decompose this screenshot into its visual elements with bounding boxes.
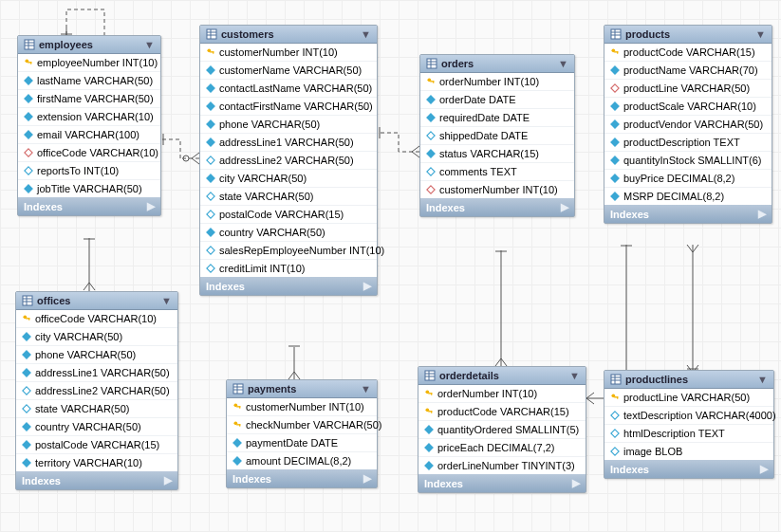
column-row[interactable]: productCode VARCHAR(15)	[418, 403, 586, 421]
column-row[interactable]: reportsTo INT(10)	[18, 162, 160, 180]
entity-header[interactable]: payments▼	[227, 380, 377, 398]
indexes-section[interactable]: Indexes▶	[227, 469, 377, 487]
column-row[interactable]: checkNumber VARCHAR(50)	[227, 416, 377, 434]
collapse-arrow-icon[interactable]: ▼	[755, 28, 766, 40]
column-row[interactable]: comments TEXT	[420, 163, 574, 181]
column-row[interactable]: textDescription VARCHAR(4000)	[604, 407, 773, 425]
indexes-section[interactable]: Indexes▶	[418, 474, 586, 492]
entity-header[interactable]: offices▼	[16, 292, 177, 310]
expand-arrow-icon[interactable]: ▶	[760, 463, 768, 475]
collapse-arrow-icon[interactable]: ▼	[361, 383, 371, 394]
column-row[interactable]: country VARCHAR(50)	[16, 418, 177, 436]
column-row[interactable]: phone VARCHAR(50)	[200, 116, 377, 134]
column-row[interactable]: addressLine1 VARCHAR(50)	[200, 134, 377, 152]
column-row[interactable]: quantityInStock SMALLINT(6)	[604, 152, 772, 170]
expand-arrow-icon[interactable]: ▶	[561, 201, 568, 213]
column-row[interactable]: amount DECIMAL(8,2)	[227, 452, 377, 469]
column-row[interactable]: MSRP DECIMAL(8,2)	[604, 188, 772, 205]
column-row[interactable]: phone VARCHAR(50)	[16, 346, 177, 364]
column-row[interactable]: priceEach DECIMAL(7,2)	[418, 439, 586, 457]
column-row[interactable]: orderNumber INT(10)	[418, 385, 586, 403]
expand-arrow-icon[interactable]: ▶	[147, 200, 155, 212]
column-row[interactable]: customerNumber INT(10)	[200, 44, 377, 62]
entity-customers[interactable]: customers▼customerNumber INT(10)customer…	[199, 25, 378, 296]
entity-products[interactable]: products▼productCode VARCHAR(15)productN…	[604, 25, 772, 224]
column-row[interactable]: state VARCHAR(50)	[200, 188, 377, 206]
entity-productlines[interactable]: productlines▼productLine VARCHAR(50)text…	[604, 370, 774, 479]
column-row[interactable]: officeCode VARCHAR(10)	[18, 144, 160, 162]
column-row[interactable]: productLine VARCHAR(50)	[604, 389, 773, 407]
column-row[interactable]: status VARCHAR(15)	[420, 145, 574, 163]
column-row[interactable]: productLine VARCHAR(50)	[604, 80, 772, 98]
column-row[interactable]: extension VARCHAR(10)	[18, 108, 160, 126]
column-row[interactable]: quantityOrdered SMALLINT(5)	[418, 421, 586, 439]
column-row[interactable]: paymentDate DATE	[227, 434, 377, 452]
column-row[interactable]: requiredDate DATE	[420, 109, 574, 127]
indexes-section[interactable]: Indexes▶	[200, 277, 377, 295]
column-row[interactable]: htmlDescription TEXT	[604, 425, 773, 443]
collapse-arrow-icon[interactable]: ▼	[161, 295, 172, 306]
column-row[interactable]: productScale VARCHAR(10)	[604, 98, 772, 116]
column-row[interactable]: shippedDate DATE	[420, 127, 574, 145]
expand-arrow-icon[interactable]: ▶	[164, 474, 172, 486]
column-row[interactable]: contactLastName VARCHAR(50)	[200, 80, 377, 98]
column-text: phone VARCHAR(50)	[35, 349, 136, 360]
expand-arrow-icon[interactable]: ▶	[758, 208, 766, 220]
column-row[interactable]: addressLine2 VARCHAR(50)	[200, 152, 377, 170]
column-row[interactable]: state VARCHAR(50)	[16, 400, 177, 418]
column-row[interactable]: territory VARCHAR(10)	[16, 454, 177, 471]
entity-header[interactable]: orders▼	[420, 55, 574, 73]
entity-orderdetails[interactable]: orderdetails▼orderNumber INT(10)productC…	[418, 366, 586, 493]
indexes-section[interactable]: Indexes▶	[18, 197, 160, 215]
column-row[interactable]: orderNumber INT(10)	[420, 73, 574, 91]
expand-arrow-icon[interactable]: ▶	[572, 477, 580, 489]
column-row[interactable]: creditLimit INT(10)	[200, 260, 377, 277]
column-row[interactable]: city VARCHAR(50)	[16, 328, 177, 346]
column-row[interactable]: country VARCHAR(50)	[200, 224, 377, 242]
column-row[interactable]: productCode VARCHAR(15)	[604, 44, 772, 62]
column-row[interactable]: city VARCHAR(50)	[200, 170, 377, 188]
column-row[interactable]: productName VARCHAR(70)	[604, 62, 772, 80]
column-row[interactable]: jobTitle VARCHAR(50)	[18, 180, 160, 197]
column-row[interactable]: customerNumber INT(10)	[227, 398, 377, 416]
collapse-arrow-icon[interactable]: ▼	[558, 58, 568, 69]
column-row[interactable]: employeeNumber INT(10)	[18, 54, 160, 72]
column-row[interactable]: addressLine2 VARCHAR(50)	[16, 382, 177, 400]
column-row[interactable]: image BLOB	[604, 443, 773, 460]
entity-payments[interactable]: payments▼customerNumber INT(10)checkNumb…	[226, 379, 378, 488]
expand-arrow-icon[interactable]: ▶	[363, 280, 371, 292]
collapse-arrow-icon[interactable]: ▼	[569, 370, 580, 381]
column-row[interactable]: productVendor VARCHAR(50)	[604, 116, 772, 134]
column-row[interactable]: orderLineNumber TINYINT(3)	[418, 457, 586, 474]
column-row[interactable]: postalCode VARCHAR(15)	[16, 436, 177, 454]
column-row[interactable]: addressLine1 VARCHAR(50)	[16, 364, 177, 382]
entity-header[interactable]: productlines▼	[604, 371, 773, 389]
entity-header[interactable]: orderdetails▼	[418, 367, 586, 385]
expand-arrow-icon[interactable]: ▶	[363, 472, 371, 485]
entity-orders[interactable]: orders▼orderNumber INT(10)orderDate DATE…	[419, 54, 575, 217]
column-row[interactable]: buyPrice DECIMAL(8,2)	[604, 170, 772, 188]
column-row[interactable]: lastName VARCHAR(50)	[18, 72, 160, 90]
column-row[interactable]: orderDate DATE	[420, 91, 574, 109]
column-row[interactable]: customerName VARCHAR(50)	[200, 62, 377, 80]
collapse-arrow-icon[interactable]: ▼	[361, 28, 371, 40]
indexes-section[interactable]: Indexes▶	[420, 198, 574, 216]
indexes-section[interactable]: Indexes▶	[604, 205, 772, 223]
column-row[interactable]: email VARCHAR(100)	[18, 126, 160, 144]
column-row[interactable]: customerNumber INT(10)	[420, 181, 574, 198]
column-row[interactable]: salesRepEmployeeNumber INT(10)	[200, 242, 377, 260]
column-row[interactable]: contactFirstName VARCHAR(50)	[200, 98, 377, 116]
column-row[interactable]: postalCode VARCHAR(15)	[200, 206, 377, 224]
entity-employees[interactable]: employees▼employeeNumber INT(10)lastName…	[17, 35, 161, 216]
indexes-section[interactable]: Indexes▶	[16, 471, 177, 489]
entity-offices[interactable]: offices▼officeCode VARCHAR(10)city VARCH…	[15, 291, 178, 490]
entity-header[interactable]: customers▼	[200, 26, 377, 44]
entity-header[interactable]: employees▼	[18, 36, 160, 54]
column-row[interactable]: productDescription TEXT	[604, 134, 772, 152]
collapse-arrow-icon[interactable]: ▼	[144, 39, 155, 50]
column-row[interactable]: firstName VARCHAR(50)	[18, 90, 160, 108]
column-row[interactable]: officeCode VARCHAR(10)	[16, 310, 177, 328]
collapse-arrow-icon[interactable]: ▼	[757, 374, 768, 385]
entity-header[interactable]: products▼	[604, 26, 772, 44]
indexes-section[interactable]: Indexes▶	[604, 460, 773, 478]
